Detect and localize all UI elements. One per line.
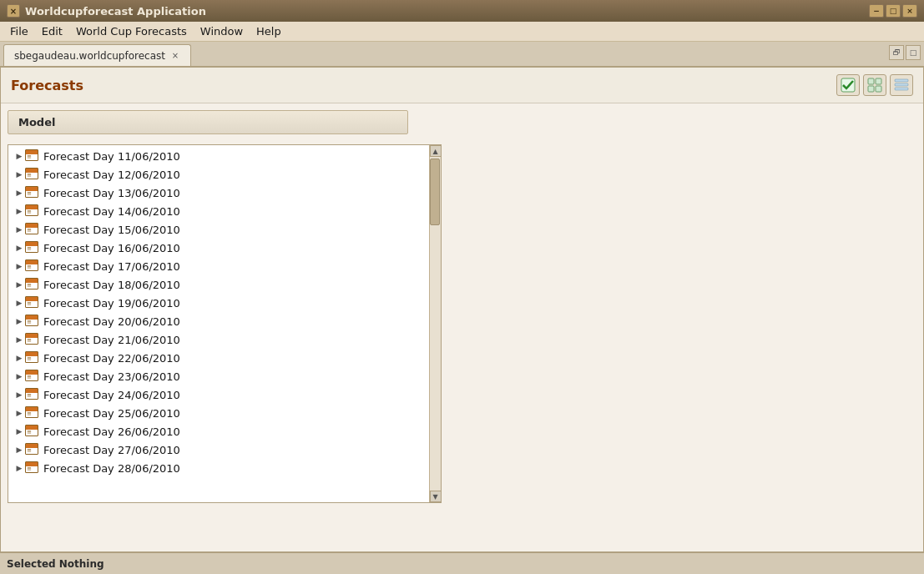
window-close-button[interactable]: ×	[7, 4, 20, 18]
expand-icon: ▶	[13, 462, 25, 474]
menu-help[interactable]: Help	[250, 23, 288, 39]
list-icon	[894, 78, 909, 93]
tree-item[interactable]: ▶Forecast Day 14/06/2010	[8, 202, 441, 220]
tree-item[interactable]: ▶Forecast Day 17/06/2010	[8, 257, 441, 275]
menu-file[interactable]: File	[3, 23, 35, 39]
svg-rect-4	[876, 86, 881, 92]
tree-item[interactable]: ▶Forecast Day 26/06/2010	[8, 422, 441, 441]
tree-item[interactable]: ▶Forecast Day 19/06/2010	[8, 294, 441, 312]
tree-item-label: Forecast Day 19/06/2010	[43, 297, 180, 310]
tree-item-label: Forecast Day 25/06/2010	[43, 407, 180, 420]
tree-item[interactable]: ▶Forecast Day 20/06/2010	[8, 312, 441, 330]
tree-item[interactable]: ▶Forecast Day 11/06/2010	[8, 147, 441, 165]
expand-icon: ▶	[13, 389, 25, 400]
tree-item-label: Forecast Day 23/06/2010	[43, 370, 180, 383]
tree-item[interactable]: ▶Forecast Day 18/06/2010	[8, 275, 441, 294]
calendar-icon	[25, 149, 40, 163]
tree-item[interactable]: ▶Forecast Day 15/06/2010	[8, 220, 441, 239]
tab-close-button[interactable]: ×	[170, 51, 180, 61]
list-view-button[interactable]	[890, 74, 913, 96]
tab-restore-button[interactable]: 🗗	[889, 45, 904, 60]
menu-edit[interactable]: Edit	[35, 23, 69, 39]
calendar-icon	[25, 186, 40, 199]
tree-item-label: Forecast Day 11/06/2010	[43, 150, 180, 163]
calendar-icon	[25, 315, 40, 328]
window-maximize-button[interactable]: □	[886, 4, 901, 18]
scrollbar-up-button[interactable]: ▲	[430, 145, 442, 157]
calendar-icon	[25, 370, 40, 383]
scrollbar-down-button[interactable]: ▼	[430, 491, 442, 502]
grid-view-button[interactable]	[863, 74, 886, 96]
tree-item-label: Forecast Day 24/06/2010	[43, 389, 180, 401]
forecasts-header: Forecasts	[1, 68, 923, 103]
tree-item[interactable]: ▶Forecast Day 12/06/2010	[8, 165, 441, 184]
svg-rect-2	[876, 78, 881, 84]
scrollbar-thumb[interactable]	[430, 159, 440, 225]
tree-item[interactable]: ▶Forecast Day 16/06/2010	[8, 239, 441, 257]
expand-icon: ▶	[13, 205, 25, 217]
tab-forecast[interactable]: sbegaudeau.worldcupforecast ×	[3, 44, 191, 66]
tree-item-label: Forecast Day 26/06/2010	[43, 425, 180, 438]
tree-item-label: Forecast Day 15/06/2010	[43, 224, 180, 236]
window-title: Worldcupforecast Application	[25, 5, 206, 18]
check-icon	[841, 78, 856, 93]
tree-item-label: Forecast Day 16/06/2010	[43, 242, 180, 254]
tree-item-label: Forecast Day 17/06/2010	[43, 260, 180, 273]
tree-item[interactable]: ▶Forecast Day 28/06/2010	[8, 459, 441, 477]
header-toolbar	[836, 74, 913, 96]
tab-bar: sbegaudeau.worldcupforecast × 🗗 □	[0, 42, 924, 67]
tab-bar-controls: 🗗 □	[889, 45, 921, 60]
tree-item[interactable]: ▶Forecast Day 23/06/2010	[8, 367, 441, 385]
calendar-icon	[25, 259, 40, 273]
check-button[interactable]	[836, 74, 860, 96]
tree-item-label: Forecast Day 22/06/2010	[43, 352, 180, 365]
expand-icon: ▶	[13, 315, 25, 327]
window-close-button-2[interactable]: ×	[902, 4, 917, 18]
calendar-icon	[25, 168, 40, 181]
expand-icon: ▶	[13, 242, 25, 254]
status-text: Selected Nothing	[7, 558, 104, 570]
menu-bar: File Edit World Cup Forecasts Window Hel…	[0, 22, 924, 42]
scrollbar-track-inner[interactable]	[430, 157, 441, 491]
tree-item[interactable]: ▶Forecast Day 25/06/2010	[8, 404, 441, 422]
tree-item-label: Forecast Day 28/06/2010	[43, 462, 180, 475]
calendar-icon	[25, 351, 40, 365]
tree-item-label: Forecast Day 18/06/2010	[43, 279, 180, 291]
tree-item[interactable]: ▶Forecast Day 13/06/2010	[8, 184, 441, 202]
expand-icon: ▶	[13, 150, 25, 162]
status-bar: Selected Nothing	[0, 552, 924, 574]
title-bar: × Worldcupforecast Application − □ ×	[0, 0, 924, 22]
tree-scroll-area[interactable]: ▶Forecast Day 11/06/2010▶Forecast Day 12…	[8, 145, 441, 502]
window-minimize-button[interactable]: −	[869, 4, 884, 18]
calendar-icon	[25, 425, 40, 438]
tree-item-label: Forecast Day 13/06/2010	[43, 187, 180, 199]
forecasts-title: Forecasts	[11, 78, 83, 93]
tab-label: sbegaudeau.worldcupforecast	[14, 50, 165, 62]
calendar-icon	[25, 406, 40, 420]
tree-item-label: Forecast Day 14/06/2010	[43, 205, 180, 218]
calendar-icon	[25, 333, 40, 346]
svg-rect-1	[868, 78, 874, 84]
tab-maximize-button[interactable]: □	[906, 45, 921, 60]
expand-icon: ▶	[13, 297, 25, 309]
calendar-icon	[25, 443, 40, 456]
menu-worldcup[interactable]: World Cup Forecasts	[69, 23, 194, 39]
tree-item[interactable]: ▶Forecast Day 27/06/2010	[8, 441, 441, 459]
calendar-icon	[25, 278, 40, 291]
expand-icon: ▶	[13, 279, 25, 290]
calendar-icon	[25, 296, 40, 310]
expand-icon: ▶	[13, 407, 25, 419]
expand-icon: ▶	[13, 187, 25, 199]
tree-item[interactable]: ▶Forecast Day 22/06/2010	[8, 349, 441, 367]
svg-rect-5	[895, 79, 908, 82]
tree-item[interactable]: ▶Forecast Day 24/06/2010	[8, 385, 441, 404]
tree-item-label: Forecast Day 27/06/2010	[43, 444, 180, 456]
tree-item[interactable]: ▶Forecast Day 21/06/2010	[8, 330, 441, 349]
expand-icon: ▶	[13, 425, 25, 437]
grid-icon	[867, 78, 882, 93]
tree-container: ▶Forecast Day 11/06/2010▶Forecast Day 12…	[8, 144, 442, 503]
content-area: Model ▶Forecast Day 11/06/2010▶Forecast …	[1, 103, 923, 551]
svg-rect-7	[895, 88, 908, 90]
menu-window[interactable]: Window	[194, 23, 250, 39]
svg-rect-6	[895, 83, 908, 86]
